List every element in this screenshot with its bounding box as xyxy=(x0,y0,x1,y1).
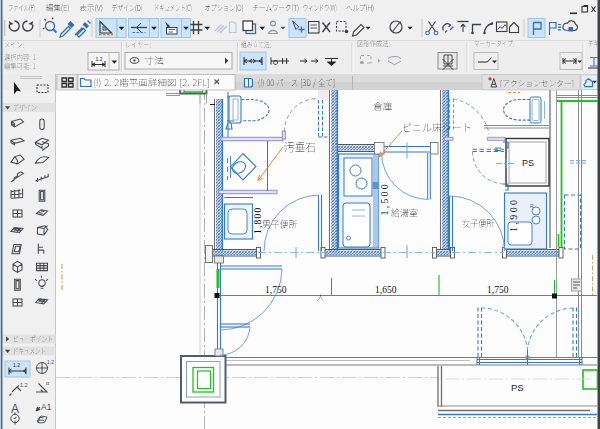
svg-text:α: α xyxy=(46,380,50,386)
svg-text:1.2: 1.2 xyxy=(47,359,54,365)
svg-text:1.2: 1.2 xyxy=(13,362,20,368)
svg-text:1.2: 1.2 xyxy=(20,382,28,388)
svg-text:A1: A1 xyxy=(41,402,52,412)
svg-text:1.2: 1.2 xyxy=(96,56,103,62)
